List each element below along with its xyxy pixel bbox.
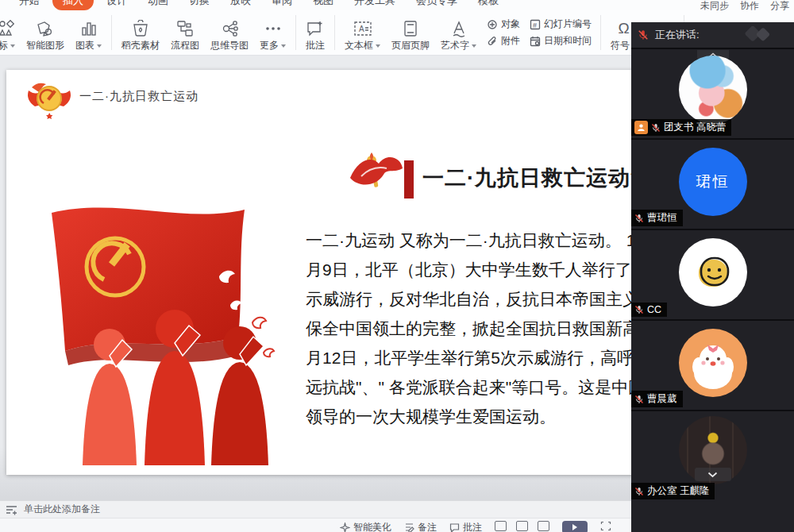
tab-review[interactable]: 审阅	[264, 0, 300, 10]
meeting-header[interactable]: 正在讲话:	[631, 22, 794, 48]
party-emblem-icon[interactable]	[24, 79, 75, 124]
flowchart-icon	[176, 18, 194, 39]
wordart-button[interactable]: 艺术字	[435, 13, 482, 52]
object-button[interactable]: 对象	[487, 17, 520, 31]
participant-name: 曹珺恒	[647, 211, 677, 225]
participant-name: 曹晨葳	[647, 392, 677, 406]
scroll-more-participants-button[interactable]	[695, 468, 731, 481]
more-dots-icon	[264, 18, 282, 39]
sync-status-button[interactable]: 未同步	[700, 0, 729, 10]
mindmap-icon	[220, 18, 239, 39]
tab-developer[interactable]: 开发工具	[346, 0, 403, 10]
participant-nametag: 曹晨葳	[631, 391, 683, 407]
mindmap-button[interactable]: 思维导图	[205, 13, 254, 52]
mic-muted-icon	[634, 395, 644, 404]
flowchart-button[interactable]: 流程图	[165, 13, 205, 52]
tab-membership[interactable]: 会员专享	[408, 0, 465, 10]
chart-icon	[81, 18, 97, 39]
section-title-bar	[404, 160, 414, 199]
tab-animation[interactable]: 动画	[140, 0, 176, 10]
participant-nametag: CC	[631, 303, 667, 317]
tab-design[interactable]: 设计	[98, 0, 135, 10]
tab-templates[interactable]: 模板	[470, 0, 507, 10]
tab-insert[interactable]: 插入	[52, 0, 94, 10]
tab-transition[interactable]: 切换	[181, 0, 218, 10]
smart-graphic-icon	[36, 18, 55, 39]
notes-icon	[6, 504, 17, 515]
mic-muted-icon	[651, 123, 661, 133]
header-footer-button[interactable]: 页眉页脚	[386, 13, 435, 52]
flag-illustration[interactable]	[40, 203, 310, 465]
participant-tile-2[interactable]: 珺恒 曹珺恒	[631, 140, 794, 229]
mic-muted-icon	[634, 487, 644, 496]
textbox-button[interactable]: A 文本框	[339, 13, 386, 52]
wordart-icon	[450, 18, 468, 39]
slide-corner-title[interactable]: 一二·九抗日救亡运动	[79, 89, 198, 104]
share-button[interactable]: 分享	[770, 0, 789, 10]
meeting-panel: 正在讲话: 团支书 高晓蕾 珺恒	[631, 22, 794, 532]
participant-tile-1[interactable]: 团支书 高晓蕾	[631, 49, 794, 138]
tab-home[interactable]: 开始	[11, 0, 48, 10]
avatar-puppy	[679, 329, 747, 397]
participant-nametag: 曹珺恒	[631, 210, 683, 226]
header-footer-icon	[403, 18, 418, 39]
avatar-initials: 珺恒	[679, 148, 747, 216]
status-notes-icon	[404, 522, 414, 532]
tab-view[interactable]: 视图	[305, 0, 341, 10]
tab-slideshow[interactable]: 放映	[222, 0, 259, 10]
daoke-assets-button[interactable]: 稻壳素材	[116, 13, 165, 52]
participant-name: 团支书 高晓蕾	[664, 121, 726, 134]
smart-graphic-button[interactable]: 智能图形	[21, 13, 70, 52]
ribbon-tab-row: 开始 插入 设计 动画 切换 放映 审阅 视图 开发工具 会员专享 模板 未同步…	[0, 0, 794, 10]
chart-button[interactable]: 图表	[70, 13, 107, 52]
participant-nametag: 办公室 王麒隆	[631, 483, 715, 499]
notes-placeholder: 单击此处添加备注	[24, 503, 100, 516]
comment-button[interactable]: 批注	[300, 13, 330, 52]
speaking-label: 正在讲话:	[655, 28, 700, 42]
avatar-smiley	[679, 238, 747, 306]
meeting-app-logo	[738, 26, 780, 45]
smart-beautify-button[interactable]: 智能美化	[340, 521, 391, 532]
participant-tile-3[interactable]: CC	[631, 230, 794, 319]
avatar-anime	[679, 56, 747, 124]
participant-name: CC	[647, 304, 661, 315]
sorter-view-button[interactable]	[516, 521, 528, 531]
datetime-button[interactable]: 日期和时间	[530, 34, 592, 48]
omega-symbol-icon: Ω	[618, 18, 629, 39]
collaborate-button[interactable]: 协作	[740, 0, 759, 10]
more-button[interactable]: 更多	[254, 13, 291, 52]
play-slideshow-button[interactable]	[562, 521, 588, 532]
beautify-icon	[340, 522, 350, 532]
comment-bubble-icon	[306, 18, 325, 39]
shapes-icon	[0, 18, 15, 39]
host-badge-icon	[634, 121, 648, 134]
mic-muted-icon	[638, 29, 649, 40]
normal-view-button[interactable]	[495, 521, 507, 531]
status-comment-icon	[449, 522, 460, 532]
mic-muted-icon	[634, 305, 644, 314]
svg-text:#: #	[533, 21, 537, 29]
reading-view-button[interactable]	[538, 521, 549, 531]
status-comment-button[interactable]: 批注	[449, 521, 482, 532]
participant-nametag: 团支书 高晓蕾	[631, 119, 731, 136]
textbox-icon: A	[353, 18, 372, 39]
insert-icon-button[interactable]: 标	[0, 13, 21, 52]
svg-text:A: A	[359, 25, 364, 33]
fit-window-icon[interactable]	[600, 521, 611, 531]
red-flag-torch-icon[interactable]	[345, 149, 406, 197]
mic-muted-icon	[634, 214, 644, 223]
participant-tile-5[interactable]: 办公室 王麒隆	[631, 411, 794, 532]
application-window: 开始 插入 设计 动画 切换 放映 审阅 视图 开发工具 会员专享 模板 未同步…	[0, 0, 794, 532]
attachment-button[interactable]: 附件	[487, 34, 520, 48]
participant-name: 办公室 王麒隆	[647, 484, 709, 498]
daoke-bucket-icon	[131, 18, 150, 39]
status-notes-button[interactable]: 备注	[404, 521, 437, 532]
participant-tile-4[interactable]: 曹晨葳	[631, 321, 794, 410]
slide-number-button[interactable]: # 幻灯片编号	[530, 17, 592, 31]
